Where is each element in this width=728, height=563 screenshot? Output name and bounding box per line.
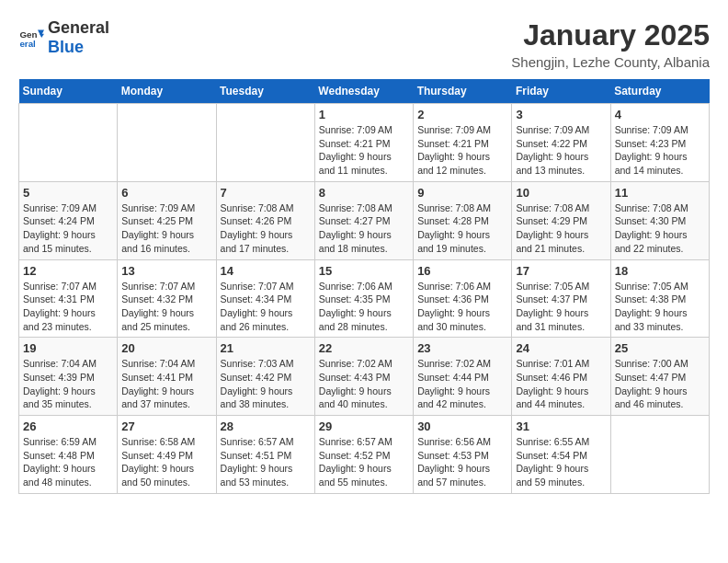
- day-info: Sunrise: 6:57 AM Sunset: 4:52 PM Dayligh…: [319, 435, 409, 489]
- day-cell: 27Sunrise: 6:58 AM Sunset: 4:49 PM Dayli…: [118, 416, 216, 494]
- title-block: January 2025 Shengjin, Lezhe County, Alb…: [511, 18, 710, 70]
- day-number: 4: [615, 108, 705, 121]
- day-cell: 24Sunrise: 7:01 AM Sunset: 4:46 PM Dayli…: [512, 338, 610, 416]
- day-number: 30: [417, 419, 507, 433]
- day-info: Sunrise: 7:06 AM Sunset: 4:36 PM Dayligh…: [417, 280, 507, 334]
- day-info: Sunrise: 7:04 AM Sunset: 4:39 PM Dayligh…: [23, 357, 113, 411]
- day-cell: 17Sunrise: 7:05 AM Sunset: 4:37 PM Dayli…: [512, 259, 610, 338]
- day-cell: 28Sunrise: 6:57 AM Sunset: 4:51 PM Dayli…: [216, 416, 314, 494]
- day-cell: 9Sunrise: 7:08 AM Sunset: 4:28 PM Daylig…: [414, 181, 512, 259]
- day-cell: 16Sunrise: 7:06 AM Sunset: 4:36 PM Dayli…: [414, 259, 512, 338]
- day-number: 7: [221, 186, 311, 200]
- day-number: 29: [319, 419, 409, 433]
- day-cell: 8Sunrise: 7:08 AM Sunset: 4:27 PM Daylig…: [314, 181, 413, 259]
- day-info: Sunrise: 6:56 AM Sunset: 4:53 PM Dayligh…: [417, 435, 507, 489]
- day-number: 19: [23, 341, 113, 355]
- day-cell: 30Sunrise: 6:56 AM Sunset: 4:53 PM Dayli…: [414, 416, 512, 494]
- day-cell: 2Sunrise: 7:09 AM Sunset: 4:21 PM Daylig…: [414, 104, 512, 182]
- day-info: Sunrise: 7:05 AM Sunset: 4:38 PM Dayligh…: [615, 280, 705, 334]
- day-info: Sunrise: 7:07 AM Sunset: 4:31 PM Dayligh…: [23, 280, 113, 334]
- day-cell: 1Sunrise: 7:09 AM Sunset: 4:21 PM Daylig…: [314, 104, 413, 182]
- day-cell: 15Sunrise: 7:06 AM Sunset: 4:35 PM Dayli…: [314, 259, 413, 338]
- logo-blue: Blue: [48, 38, 84, 56]
- day-number: 25: [615, 341, 705, 355]
- day-header-monday: Monday: [118, 79, 216, 104]
- day-info: Sunrise: 7:03 AM Sunset: 4:42 PM Dayligh…: [221, 357, 311, 411]
- day-info: Sunrise: 7:08 AM Sunset: 4:28 PM Dayligh…: [417, 201, 507, 256]
- day-cell: 3Sunrise: 7:09 AM Sunset: 4:22 PM Daylig…: [512, 104, 610, 182]
- day-cell: 12Sunrise: 7:07 AM Sunset: 4:31 PM Dayli…: [19, 259, 118, 338]
- day-number: 26: [23, 419, 113, 433]
- day-info: Sunrise: 6:57 AM Sunset: 4:51 PM Dayligh…: [221, 435, 311, 489]
- week-row-0: 1Sunrise: 7:09 AM Sunset: 4:21 PM Daylig…: [19, 104, 710, 182]
- day-info: Sunrise: 7:08 AM Sunset: 4:30 PM Dayligh…: [615, 201, 705, 256]
- day-info: Sunrise: 7:06 AM Sunset: 4:35 PM Dayligh…: [319, 280, 409, 334]
- day-cell: 6Sunrise: 7:09 AM Sunset: 4:25 PM Daylig…: [118, 181, 216, 259]
- day-number: 14: [221, 264, 311, 278]
- day-info: Sunrise: 7:02 AM Sunset: 4:43 PM Dayligh…: [319, 357, 409, 411]
- day-cell: 19Sunrise: 7:04 AM Sunset: 4:39 PM Dayli…: [19, 338, 118, 416]
- day-info: Sunrise: 6:58 AM Sunset: 4:49 PM Dayligh…: [121, 435, 211, 489]
- logo-general: General: [48, 18, 109, 37]
- day-number: 16: [417, 264, 507, 278]
- day-number: 10: [516, 186, 606, 200]
- day-info: Sunrise: 7:09 AM Sunset: 4:21 PM Dayligh…: [417, 123, 507, 178]
- day-info: Sunrise: 7:02 AM Sunset: 4:44 PM Dayligh…: [417, 357, 507, 411]
- week-row-4: 26Sunrise: 6:59 AM Sunset: 4:48 PM Dayli…: [19, 416, 710, 494]
- day-cell: [610, 416, 709, 494]
- day-header-thursday: Thursday: [414, 79, 512, 104]
- day-number: 22: [319, 341, 409, 355]
- week-row-2: 12Sunrise: 7:07 AM Sunset: 4:31 PM Dayli…: [19, 259, 710, 338]
- day-info: Sunrise: 7:04 AM Sunset: 4:41 PM Dayligh…: [121, 357, 211, 411]
- calendar-table: SundayMondayTuesdayWednesdayThursdayFrid…: [18, 79, 710, 494]
- day-number: 12: [23, 264, 113, 278]
- day-info: Sunrise: 6:59 AM Sunset: 4:48 PM Dayligh…: [23, 435, 113, 489]
- logo-icon: Gen eral: [18, 25, 44, 51]
- day-header-saturday: Saturday: [610, 79, 709, 104]
- day-info: Sunrise: 7:09 AM Sunset: 4:22 PM Dayligh…: [516, 123, 606, 178]
- day-number: 13: [121, 264, 211, 278]
- day-info: Sunrise: 7:05 AM Sunset: 4:37 PM Dayligh…: [516, 280, 606, 334]
- day-cell: 21Sunrise: 7:03 AM Sunset: 4:42 PM Dayli…: [216, 338, 314, 416]
- day-header-sunday: Sunday: [19, 79, 118, 104]
- calendar-title: January 2025: [511, 18, 710, 52]
- day-info: Sunrise: 7:08 AM Sunset: 4:29 PM Dayligh…: [516, 201, 606, 256]
- day-header-wednesday: Wednesday: [314, 79, 413, 104]
- day-cell: 18Sunrise: 7:05 AM Sunset: 4:38 PM Dayli…: [610, 259, 709, 338]
- day-info: Sunrise: 7:09 AM Sunset: 4:21 PM Dayligh…: [319, 123, 409, 178]
- day-number: 5: [23, 186, 113, 200]
- day-cell: 29Sunrise: 6:57 AM Sunset: 4:52 PM Dayli…: [314, 416, 413, 494]
- day-cell: 14Sunrise: 7:07 AM Sunset: 4:34 PM Dayli…: [216, 259, 314, 338]
- day-number: 17: [516, 264, 606, 278]
- logo: Gen eral General Blue: [18, 18, 109, 57]
- day-cell: [216, 104, 314, 182]
- day-number: 20: [121, 341, 211, 355]
- calendar-subtitle: Shengjin, Lezhe County, Albania: [511, 54, 710, 70]
- day-number: 21: [221, 341, 311, 355]
- day-number: 8: [319, 186, 409, 200]
- day-cell: 26Sunrise: 6:59 AM Sunset: 4:48 PM Dayli…: [19, 416, 118, 494]
- day-cell: 11Sunrise: 7:08 AM Sunset: 4:30 PM Dayli…: [610, 181, 709, 259]
- week-row-3: 19Sunrise: 7:04 AM Sunset: 4:39 PM Dayli…: [19, 338, 710, 416]
- day-cell: 7Sunrise: 7:08 AM Sunset: 4:26 PM Daylig…: [216, 181, 314, 259]
- day-cell: 5Sunrise: 7:09 AM Sunset: 4:24 PM Daylig…: [19, 181, 118, 259]
- day-info: Sunrise: 7:09 AM Sunset: 4:25 PM Dayligh…: [121, 201, 211, 256]
- day-cell: [118, 104, 216, 182]
- days-header-row: SundayMondayTuesdayWednesdayThursdayFrid…: [19, 79, 710, 104]
- day-info: Sunrise: 7:09 AM Sunset: 4:24 PM Dayligh…: [23, 201, 113, 256]
- day-number: 2: [417, 108, 507, 121]
- day-cell: 20Sunrise: 7:04 AM Sunset: 4:41 PM Dayli…: [118, 338, 216, 416]
- day-header-friday: Friday: [512, 79, 610, 104]
- day-number: 1: [319, 108, 409, 121]
- day-number: 23: [417, 341, 507, 355]
- day-number: 15: [319, 264, 409, 278]
- day-number: 6: [121, 186, 211, 200]
- svg-text:eral: eral: [19, 39, 36, 49]
- day-header-tuesday: Tuesday: [216, 79, 314, 104]
- svg-marker-3: [40, 34, 44, 38]
- day-info: Sunrise: 7:08 AM Sunset: 4:26 PM Dayligh…: [221, 201, 311, 256]
- day-cell: 25Sunrise: 7:00 AM Sunset: 4:47 PM Dayli…: [610, 338, 709, 416]
- day-info: Sunrise: 7:09 AM Sunset: 4:23 PM Dayligh…: [615, 123, 705, 178]
- day-info: Sunrise: 7:01 AM Sunset: 4:46 PM Dayligh…: [516, 357, 606, 411]
- day-cell: 23Sunrise: 7:02 AM Sunset: 4:44 PM Dayli…: [414, 338, 512, 416]
